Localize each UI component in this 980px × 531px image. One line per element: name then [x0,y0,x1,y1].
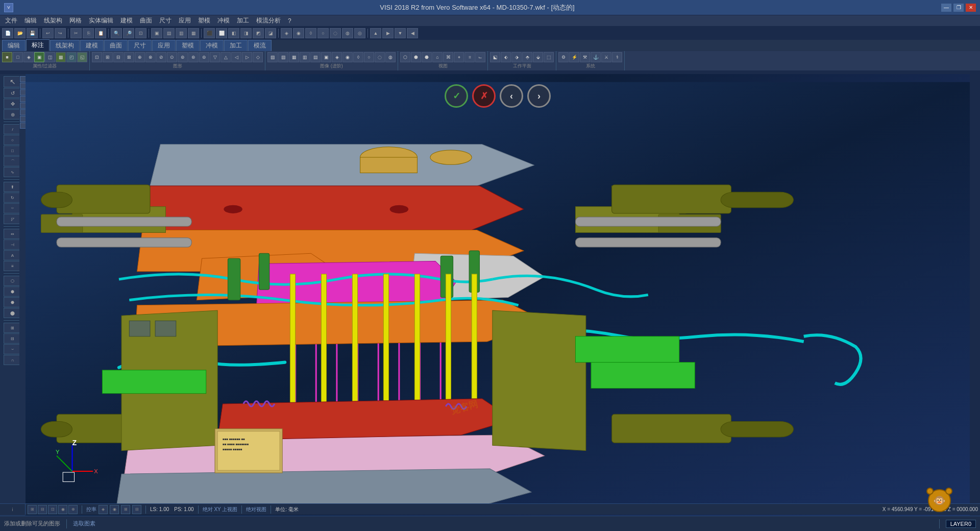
img-btn4[interactable]: ▥ [300,52,310,62]
ctrl-rate-btn3[interactable]: ⊞ [121,505,130,514]
img-btn3[interactable]: ▦ [289,52,299,62]
tab-apply[interactable]: 应用 [152,40,176,51]
mini-icon3[interactable] [20,89,26,95]
tab-moldflow[interactable]: 模流 [248,40,272,51]
wp-btn2[interactable]: ⬖ [501,52,511,62]
close-button[interactable]: ✕ [966,4,976,12]
sys-btn2[interactable]: ⚡ [569,52,579,62]
tb-extra13[interactable]: ◎ [354,28,365,38]
tb-new[interactable]: 📄 [2,28,13,38]
ctrl-ortho[interactable]: ⊡ [48,505,57,514]
next-button[interactable]: › [527,84,551,108]
tb-view3[interactable]: ▥ [176,28,187,38]
tb-extra6[interactable]: ◪ [265,28,276,38]
menu-mesh[interactable]: 网格 [66,15,85,26]
img-btn2[interactable]: ▧ [278,52,288,62]
menu-moldflow[interactable]: 模流分析 [253,15,284,26]
tab-edit[interactable]: 编辑 [2,40,26,51]
tb-extra7[interactable]: ◈ [281,28,292,38]
gfx-btn13[interactable]: △ [220,52,231,62]
gfx-btn9[interactable]: ⊚ [178,52,188,62]
view-btn5[interactable]: ⌘ [443,52,453,62]
view-btn3[interactable]: ⬣ [422,52,432,62]
view-btn7[interactable]: ⌗ [464,52,475,62]
ctrl-snap[interactable]: ⊞ [28,505,37,514]
tab-annotation[interactable]: 标注 [26,39,50,51]
tb-extra8[interactable]: ◉ [293,28,304,38]
tb-paste[interactable]: 📋 [95,28,106,38]
menu-solid-edit[interactable]: 实体编辑 [86,15,116,26]
prop-btn8[interactable]: ◱ [77,52,87,62]
tb-view2[interactable]: ▤ [163,28,175,38]
view-btn1[interactable]: ⬡ [400,52,410,62]
menu-surface[interactable]: 曲面 [137,15,155,26]
menu-dimension[interactable]: 尺寸 [156,15,175,26]
mini-icon6[interactable] [20,109,26,115]
sys-btn1[interactable]: ⚙ [558,52,569,62]
tb-zoom-out[interactable]: 🔎 [123,28,134,38]
gfx-btn15[interactable]: ▷ [242,52,252,62]
img-btn10[interactable]: ○ [364,52,374,62]
gfx-btn12[interactable]: ▽ [210,52,220,62]
tab-modeling[interactable]: 建模 [80,40,104,51]
restore-button[interactable]: ❐ [953,4,964,12]
mini-icon4[interactable] [20,96,26,102]
tb-undo[interactable]: ↩ [42,28,54,38]
menu-machine[interactable]: 加工 [234,15,252,26]
tab-stamp[interactable]: 冲模 [200,40,224,51]
prop-btn1[interactable]: ■ [2,52,12,62]
gfx-btn2[interactable]: ⊞ [103,52,113,62]
tb-open[interactable]: 📂 [14,28,26,38]
ctrl-osnap[interactable]: ⊕ [68,505,78,514]
tb-extra9[interactable]: ◊ [305,28,316,38]
prop-btn2[interactable]: □ [13,52,23,62]
sys-btn3[interactable]: ⚒ [580,52,590,62]
mini-icon8[interactable] [20,123,26,129]
mini-icon1[interactable] [20,76,26,82]
tb-extra15[interactable]: ▶ [382,28,394,38]
sys-btn6[interactable]: ⚕ [612,52,622,62]
menu-apply[interactable]: 应用 [176,15,194,26]
gfx-btn5[interactable]: ⊕ [135,52,145,62]
menu-plastic[interactable]: 塑模 [195,15,213,26]
tb-extra11[interactable]: ◌ [330,28,341,38]
confirm-button[interactable]: ✓ [445,84,468,108]
gfx-btn14[interactable]: ◁ [231,52,241,62]
view-btn8[interactable]: ⌙ [475,52,485,62]
menu-help[interactable]: ? [285,16,295,26]
prop-btn7[interactable]: ◰ [66,52,77,62]
gfx-btn16[interactable]: ◇ [253,52,263,62]
prev-button[interactable]: ‹ [500,84,523,108]
prop-btn5[interactable]: ◫ [45,52,55,62]
tb-extra1[interactable]: ⬛ [204,28,215,38]
minimize-button[interactable]: — [941,4,951,12]
tb-extra10[interactable]: ○ [317,28,329,38]
img-btn5[interactable]: ▤ [310,52,321,62]
ctrl-rate-btn1[interactable]: ◈ [99,505,108,514]
wp-btn4[interactable]: ⬘ [522,52,532,62]
menu-build[interactable]: 建模 [117,15,136,26]
view-btn6[interactable]: ⌖ [454,52,464,62]
gfx-btn8[interactable]: ⊙ [167,52,177,62]
wp-btn3[interactable]: ⬗ [511,52,522,62]
sys-btn4[interactable]: ⚓ [591,52,601,62]
img-btn12[interactable]: ◍ [385,52,396,62]
wp-btn1[interactable]: ⬕ [490,52,500,62]
menu-wireframe[interactable]: 线架构 [41,15,65,26]
sys-btn5[interactable]: ⚔ [601,52,611,62]
img-btn1[interactable]: ▨ [267,52,278,62]
tab-surface[interactable]: 曲面 [104,40,128,51]
gfx-btn10[interactable]: ⊛ [188,52,199,62]
tb-extra5[interactable]: ◩ [253,28,264,38]
tb-view1[interactable]: ▣ [151,28,162,38]
mini-icon5[interactable] [20,103,26,109]
tb-zoom-in[interactable]: 🔍 [111,28,122,38]
mini-icon7[interactable] [20,116,26,122]
menu-file[interactable]: 文件 [2,15,20,26]
tb-copy[interactable]: ⎘ [83,28,94,38]
gfx-btn7[interactable]: ⊘ [156,52,166,62]
cancel-button[interactable]: ✗ [472,84,496,108]
tb-extra14[interactable]: ▲ [370,28,381,38]
mini-icon2[interactable] [20,83,26,89]
menu-edit[interactable]: 编辑 [21,15,40,26]
